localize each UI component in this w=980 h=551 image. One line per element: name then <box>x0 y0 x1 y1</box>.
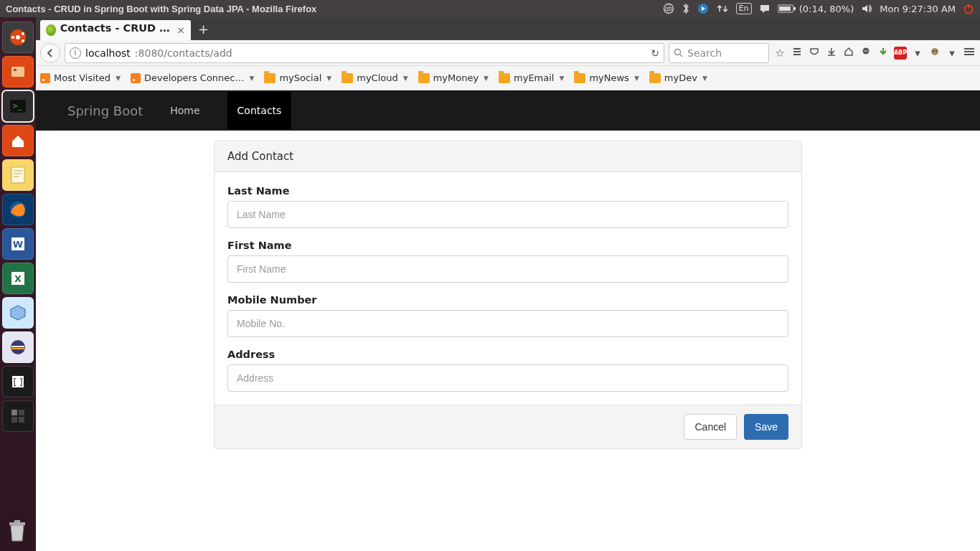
svg-rect-13 <box>11 67 24 77</box>
qbittorrent-icon[interactable]: qb <box>663 3 674 14</box>
greasemonkey-icon[interactable] <box>928 47 941 60</box>
tab-title: Contacts - CRUD in S… <box>60 22 173 34</box>
browser-search-box[interactable]: Search <box>669 43 769 63</box>
panel-title: Add Contact <box>215 141 801 172</box>
launcher-trash[interactable] <box>4 517 32 545</box>
svg-point-46 <box>931 48 938 55</box>
last-name-label: Last Name <box>227 185 788 197</box>
downloads-icon[interactable] <box>825 47 838 60</box>
svg-rect-33 <box>11 417 17 423</box>
bookmark-mynews[interactable]: myNews▼ <box>574 72 639 83</box>
rss-icon <box>131 73 141 83</box>
network-updown-icon[interactable] <box>716 4 729 14</box>
back-button[interactable] <box>40 43 60 63</box>
addon-dropdown-2-icon[interactable]: ▾ <box>946 47 958 60</box>
battery-indicator[interactable]: (0:14, 80%) <box>778 4 854 14</box>
chevron-down-icon: ▼ <box>484 75 489 82</box>
svg-rect-27 <box>11 346 24 347</box>
bookmark-label: myDev <box>664 72 697 83</box>
launcher-workspace-switcher[interactable] <box>2 400 34 432</box>
bookmark-myemail[interactable]: myEmail▼ <box>499 72 564 83</box>
site-info-icon[interactable]: i <box>70 47 81 59</box>
svg-point-11 <box>22 39 24 42</box>
launcher-home[interactable] <box>2 125 34 156</box>
clock-day[interactable]: Mon <box>880 4 899 14</box>
svg-rect-35 <box>9 522 25 525</box>
svg-point-48 <box>936 50 937 52</box>
nav-home[interactable]: Home <box>160 92 209 129</box>
launcher-virtualbox[interactable] <box>2 297 34 329</box>
browser-tab-active[interactable]: Contacts - CRUD in S… × <box>40 20 191 40</box>
bookmark-label: myNews <box>589 72 629 83</box>
nav-contacts[interactable]: Contacts <box>227 92 292 129</box>
launcher-excel[interactable]: X <box>2 263 34 294</box>
clock-time[interactable]: 9:27:30 AM <box>903 4 956 14</box>
bookmark-mycloud[interactable]: myCloud▼ <box>341 72 407 83</box>
favicon-spring-icon <box>46 24 56 36</box>
messaging-icon[interactable] <box>759 4 771 14</box>
cancel-button[interactable]: Cancel <box>684 414 737 440</box>
svg-rect-5 <box>779 6 791 11</box>
launcher-firefox[interactable] <box>2 194 34 225</box>
tab-close-icon[interactable]: × <box>176 24 185 36</box>
bookmark-developers-connect[interactable]: Developers Connec…▼ <box>131 72 254 83</box>
svg-point-47 <box>933 50 934 52</box>
app-brand[interactable]: Spring Boot <box>67 103 143 118</box>
app-navbar: Spring Boot Home Contacts <box>36 90 980 131</box>
keyboard-indicator[interactable]: En <box>736 3 752 14</box>
first-name-input[interactable] <box>227 255 788 283</box>
launcher-word[interactable]: W <box>2 228 34 260</box>
launcher-files[interactable] <box>2 56 34 88</box>
svg-rect-49 <box>964 48 974 50</box>
reload-button[interactable]: ↻ <box>651 47 659 59</box>
bookmark-mymoney[interactable]: myMoney▼ <box>418 72 489 83</box>
svg-point-43 <box>864 50 865 52</box>
unity-launcher: >_ W X [ ] <box>0 17 36 551</box>
pocket-icon[interactable] <box>808 47 821 60</box>
chevron-down-icon: ▼ <box>702 75 707 82</box>
mobile-number-input[interactable] <box>227 310 788 337</box>
bookmarks-list-icon[interactable] <box>791 47 804 60</box>
launcher-text-editor[interactable] <box>2 159 34 191</box>
bookmark-most-visited[interactable]: Most Visited▼ <box>40 72 121 83</box>
power-icon[interactable] <box>963 3 974 14</box>
home-icon[interactable] <box>842 47 855 60</box>
sync-icon[interactable] <box>697 3 709 14</box>
browser-nav-toolbar: i localhost:8080/contacts/add ↻ Search ☆… <box>36 40 980 66</box>
chevron-down-icon: ▼ <box>249 75 254 82</box>
folder-icon <box>341 73 353 83</box>
volume-icon[interactable] <box>861 4 872 14</box>
first-name-label: First Name <box>227 240 788 251</box>
launcher-brackets[interactable]: [ ] <box>2 366 34 397</box>
add-contact-panel: Add Contact Last Name First Name Mobile … <box>214 141 802 449</box>
svg-rect-34 <box>19 417 24 423</box>
hamburger-menu-icon[interactable] <box>963 47 976 60</box>
svg-text:X: X <box>14 273 22 284</box>
svg-point-10 <box>22 32 24 35</box>
chat-icon[interactable] <box>859 47 872 60</box>
window-title: Contacts - CRUD in Spring Boot with Spri… <box>6 4 316 14</box>
svg-text:[ ]: [ ] <box>13 377 22 387</box>
save-button[interactable]: Save <box>744 414 788 440</box>
svg-rect-28 <box>11 348 24 349</box>
address-input[interactable] <box>227 364 788 392</box>
addon-dropdown-icon[interactable]: ▾ <box>911 47 924 60</box>
most-visited-icon <box>40 73 50 83</box>
bluetooth-icon[interactable] <box>682 3 690 14</box>
svg-rect-31 <box>11 410 17 415</box>
adblock-icon[interactable]: ABP <box>894 47 907 60</box>
launcher-terminal[interactable]: >_ <box>2 90 34 122</box>
svg-rect-4 <box>793 7 796 10</box>
launcher-eclipse[interactable] <box>2 331 34 363</box>
svg-rect-32 <box>19 410 24 415</box>
last-name-input[interactable] <box>227 201 788 228</box>
new-tab-button[interactable]: + <box>198 22 209 37</box>
url-bar[interactable]: i localhost:8080/contacts/add ↻ <box>65 43 664 63</box>
bookmark-mydev[interactable]: myDev▼ <box>649 72 707 83</box>
bookmark-mysocial[interactable]: mySocial▼ <box>264 72 331 83</box>
bookmark-star-icon[interactable]: ☆ <box>773 47 786 60</box>
download-manager-icon[interactable] <box>877 47 890 60</box>
svg-rect-41 <box>793 54 801 55</box>
launcher-ubuntu-dash[interactable] <box>2 22 34 53</box>
url-path: :8080/contacts/add <box>135 47 232 59</box>
